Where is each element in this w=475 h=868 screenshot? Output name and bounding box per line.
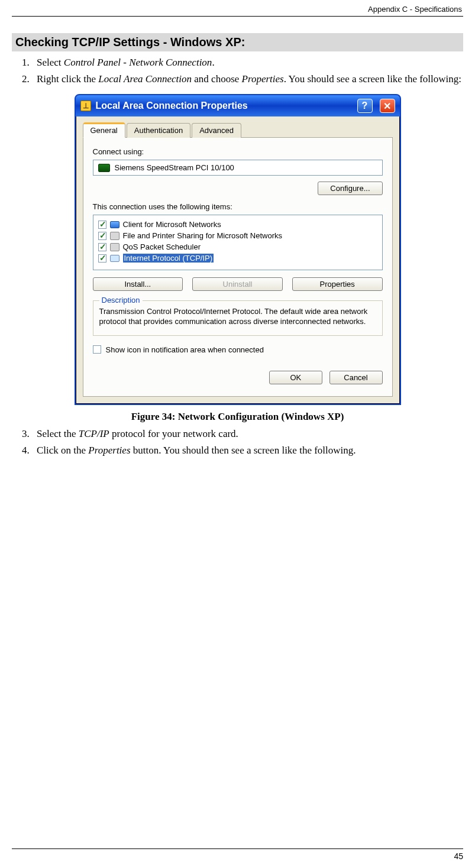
connect-using-label: Connect using: [93,147,383,156]
tab-panel-general: Connect using: Siemens SpeedStream PCI 1… [83,138,393,397]
checkbox-icon[interactable] [98,243,106,251]
xp-dialog: ⊥ Local Area Connection Properties ? ✕ G… [75,94,401,405]
install-button[interactable]: Install... [93,277,183,291]
list-item[interactable]: QoS Packet Scheduler [98,241,377,252]
connection-icon: ⊥ [80,101,91,111]
page-footer: 45 [12,848,463,861]
step-1: Select Control Panel - Network Connectio… [32,56,463,69]
items-label: This connection uses the following items… [93,202,383,211]
printer-icon [110,232,119,240]
description-legend: Description [99,296,143,305]
close-button[interactable]: ✕ [380,99,395,113]
description-group: Description Transmission Control Protoco… [93,300,383,336]
list-item[interactable]: File and Printer Sharing for Microsoft N… [98,230,377,241]
tab-advanced[interactable]: Advanced [192,123,241,138]
list-item[interactable]: Client for Microsoft Networks [98,219,377,230]
steps-list-continued: Select the TCP/IP protocol for your netw… [12,427,463,457]
steps-list: Select Control Panel - Network Connectio… [12,56,463,86]
show-icon-checkbox[interactable] [93,345,101,354]
nic-icon [98,164,110,172]
list-item[interactable]: Internet Protocol (TCP/IP) [98,252,377,264]
step-3: Select the TCP/IP protocol for your netw… [32,427,463,441]
item-label: QoS Packet Scheduler [123,242,201,251]
page-header: Appendix C - Specifications [12,0,463,17]
checkbox-icon[interactable] [98,221,106,229]
configure-button[interactable]: Configure... [318,182,382,195]
show-icon-row[interactable]: Show icon in notification area when conn… [93,345,383,354]
client-icon [110,221,119,228]
item-label-selected: Internet Protocol (TCP/IP) [123,254,214,263]
checkbox-icon[interactable] [98,232,106,240]
tab-authentication[interactable]: Authentication [127,123,190,138]
properties-button[interactable]: Properties [292,277,383,291]
scheduler-icon [110,243,119,251]
breadcrumb: Appendix C - Specifications [368,5,462,14]
page-number: 45 [454,851,463,861]
step-2: Right click the Local Area Connection an… [32,73,463,86]
ok-button[interactable]: OK [269,371,322,384]
adapter-name: Siemens SpeedStream PCI 10/100 [115,163,234,172]
description-text: Transmission Control Protocol/Internet P… [99,307,376,327]
item-label: File and Printer Sharing for Microsoft N… [123,231,282,240]
tcpip-icon [110,255,119,262]
step-4: Click on the Properties button. You shou… [32,444,463,457]
tab-general[interactable]: General [83,123,125,138]
titlebar[interactable]: ⊥ Local Area Connection Properties ? ✕ [76,95,400,116]
adapter-box: Siemens SpeedStream PCI 10/100 [93,160,383,176]
uninstall-button: Uninstall [192,277,283,291]
items-listbox[interactable]: Client for Microsoft Networks File and P… [93,215,383,270]
section-heading: Checking TCP/IP Settings - Windows XP: [12,33,463,51]
show-icon-label: Show icon in notification area when conn… [106,345,264,354]
cancel-button[interactable]: Cancel [329,371,383,384]
checkbox-icon[interactable] [98,254,106,263]
item-label: Client for Microsoft Networks [123,220,221,229]
help-button[interactable]: ? [357,99,373,113]
figure-caption: Figure 34: Network Configuration (Window… [12,411,463,423]
dialog-title: Local Area Connection Properties [96,101,248,111]
tab-bar: General Authentication Advanced [83,122,393,138]
